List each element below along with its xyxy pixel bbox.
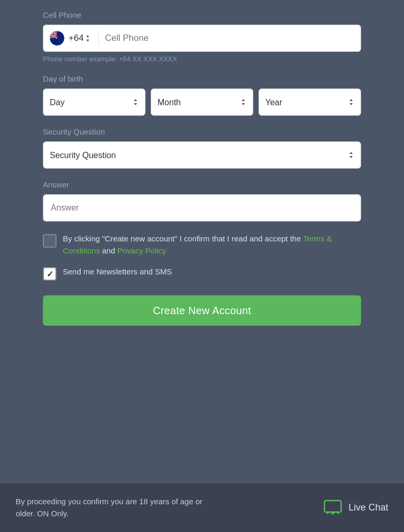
dob-group: Day of birth Day 12345 678910 1112131415… <box>43 74 361 116</box>
svg-rect-14 <box>324 501 341 512</box>
newsletter-checkbox[interactable] <box>43 267 57 281</box>
svg-text:★: ★ <box>61 38 63 41</box>
phone-code[interactable]: +64 ▲ ▼ <box>69 33 90 43</box>
cell-phone-label: Cell Phone <box>43 10 361 19</box>
phone-input-wrapper: ★ ★ ★ ★ +64 ▲ ▼ <box>43 25 361 52</box>
terms-checkbox[interactable] <box>43 234 57 248</box>
terms-link[interactable]: Terms & Conditions <box>63 234 332 255</box>
svg-text:★: ★ <box>58 39 60 42</box>
cell-phone-group: Cell Phone ★ ★ ★ <box>43 10 361 63</box>
answer-input[interactable] <box>43 194 361 221</box>
phone-divider <box>98 31 99 46</box>
checkboxes-section: By clicking "Create new account" I confi… <box>43 233 361 281</box>
security-question-group: Security Question Security Question What… <box>43 127 361 169</box>
create-account-button[interactable]: Create New Account <box>43 295 361 326</box>
phone-hint: Phone number example: +64 XX XXX XXXX <box>43 55 361 63</box>
nz-flag-icon: ★ ★ ★ ★ <box>50 31 64 46</box>
terms-text: By clicking "Create new account" I confi… <box>63 233 361 257</box>
year-select[interactable]: Year 2005200420032002 2001200019991998 1… <box>259 88 361 116</box>
phone-code-arrows[interactable]: ▲ ▼ <box>86 34 90 43</box>
cell-phone-input[interactable] <box>105 33 354 43</box>
live-chat-label[interactable]: Live Chat <box>349 502 388 513</box>
dob-label: Day of birth <box>43 74 361 83</box>
newsletter-text: Send me Newsletters and SMS <box>63 266 172 278</box>
live-chat-section[interactable]: Live Chat <box>323 498 388 517</box>
footer-text: By proceeding you confirm you are 18 yea… <box>16 496 204 519</box>
live-chat-icon <box>323 498 342 517</box>
dob-selects: Day 12345 678910 1112131415 1617181920 2… <box>43 88 361 116</box>
day-select[interactable]: Day 12345 678910 1112131415 1617181920 2… <box>43 88 145 116</box>
security-question-label: Security Question <box>43 127 361 136</box>
answer-label: Answer <box>43 180 361 189</box>
terms-checkbox-item: By clicking "Create new account" I confi… <box>43 233 361 257</box>
svg-text:★: ★ <box>61 35 63 37</box>
privacy-link[interactable]: Privacy Policy <box>117 246 166 255</box>
security-question-select[interactable]: Security Question What was your childhoo… <box>43 141 361 169</box>
month-select[interactable]: Month JanuaryFebruaryMarchApril MayJuneJ… <box>151 88 253 116</box>
newsletter-checkbox-item: Send me Newsletters and SMS <box>43 266 361 281</box>
footer-bar: By proceeding you confirm you are 18 yea… <box>0 483 404 532</box>
answer-group: Answer <box>43 180 361 221</box>
